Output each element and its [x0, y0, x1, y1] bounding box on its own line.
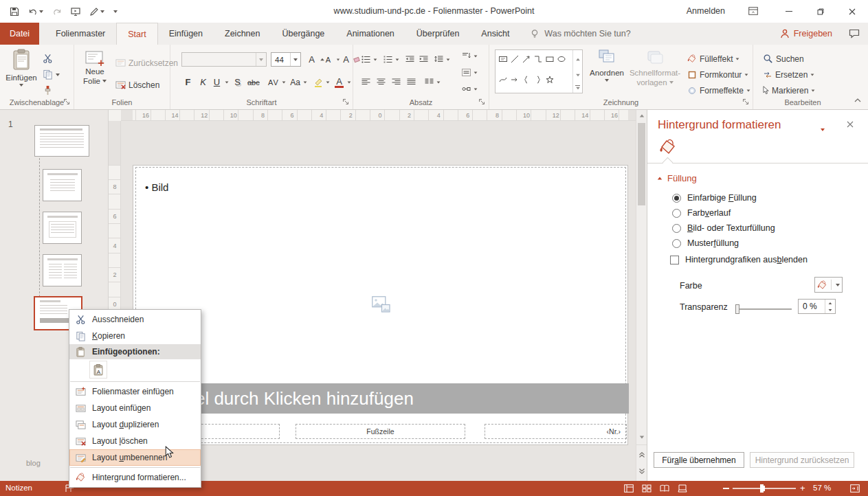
- pane-options-button[interactable]: [821, 124, 825, 133]
- decrease-indent-button[interactable]: [405, 52, 414, 67]
- numbering-button[interactable]: [383, 52, 399, 67]
- tab-zeichnen[interactable]: Zeichnen: [214, 23, 271, 45]
- shape-fill-button[interactable]: Fülleffekt: [687, 52, 739, 66]
- shape-oval-icon[interactable]: [555, 52, 567, 67]
- layout-thumbnail-3[interactable]: [43, 254, 82, 286]
- sign-in-link[interactable]: Anmelden: [687, 6, 725, 16]
- menu-item-insert-layout[interactable]: Layout einfügen: [69, 400, 201, 416]
- delete-slide-button[interactable]: Löschen: [115, 78, 159, 92]
- radio-solid-fill-label[interactable]: Einfarbige Füllung: [687, 193, 757, 203]
- apply-to-all-button[interactable]: Für alle übernehmen: [654, 452, 744, 468]
- spinner-down[interactable]: [829, 309, 832, 311]
- align-right-button[interactable]: [392, 75, 401, 89]
- tab-start[interactable]: Start: [116, 23, 157, 45]
- strikethrough-button[interactable]: abc: [247, 75, 260, 89]
- radio-pattern-fill-label[interactable]: Musterfüllung: [687, 238, 739, 248]
- menu-item-delete-layout[interactable]: Layout löschen: [69, 433, 201, 449]
- font-name-combo[interactable]: [181, 52, 267, 67]
- layout-thumbnail-2[interactable]: [43, 212, 82, 244]
- normal-view-button[interactable]: [624, 484, 634, 493]
- notes-toggle[interactable]: Notizen: [5, 484, 32, 492]
- cut-button[interactable]: [43, 52, 53, 66]
- justify-button[interactable]: [407, 75, 416, 89]
- tab-animationen[interactable]: Animationen: [335, 23, 405, 45]
- reading-view-button[interactable]: [660, 484, 669, 493]
- pen-mode-button[interactable]: [89, 7, 104, 16]
- align-left-button[interactable]: [361, 75, 370, 89]
- reset-background-button[interactable]: Hintergrund zurücksetzen: [750, 452, 854, 468]
- shape-brace-right-icon[interactable]: [532, 72, 544, 87]
- tab-einfuegen[interactable]: Einfügen: [158, 23, 214, 45]
- zoom-out-button[interactable]: [723, 488, 729, 489]
- paragraph-dialog-launcher[interactable]: [478, 98, 487, 106]
- increase-indent-button[interactable]: [419, 52, 428, 67]
- comments-button[interactable]: [841, 23, 868, 45]
- transparency-slider-handle[interactable]: [735, 304, 739, 314]
- bullets-button[interactable]: [361, 52, 377, 67]
- convert-smartart-button[interactable]: [462, 82, 478, 96]
- fill-section-header[interactable]: Füllung: [657, 173, 697, 183]
- menu-item-cut[interactable]: Ausschneiden: [69, 311, 201, 328]
- quick-styles-button[interactable]: Schnellformat- vorlagen: [627, 49, 683, 87]
- menu-item-rename-layout[interactable]: Layout umbenennen: [69, 449, 201, 466]
- minimize-button[interactable]: [773, 0, 805, 23]
- shape-curve-icon[interactable]: [497, 72, 509, 87]
- gallery-scroll-down[interactable]: [575, 69, 581, 79]
- reset-slide-button[interactable]: Zurücksetzen: [115, 56, 178, 70]
- radio-solid-fill[interactable]: [672, 194, 681, 203]
- shape-gallery[interactable]: [495, 49, 583, 93]
- previous-slide-button[interactable]: [636, 448, 647, 462]
- start-presentation-button[interactable]: [71, 7, 80, 16]
- line-spacing-button[interactable]: [434, 52, 450, 67]
- menu-item-duplicate-layout[interactable]: Layout duplizieren: [69, 416, 201, 433]
- gallery-scroll-up[interactable]: [575, 54, 581, 63]
- change-case-button[interactable]: Aa: [290, 75, 307, 89]
- select-button[interactable]: Markieren: [763, 83, 815, 98]
- scroll-down-button[interactable]: [636, 431, 647, 442]
- color-picker-button[interactable]: [814, 277, 843, 293]
- ribbon-display-options-button[interactable]: [748, 7, 758, 15]
- menu-item-insert-master[interactable]: Folienmaster einfügen: [69, 383, 201, 400]
- undo-button[interactable]: [28, 8, 43, 16]
- next-slide-button[interactable]: [636, 464, 647, 478]
- tell-me-box[interactable]: Was möchten Sie tun?: [520, 23, 640, 45]
- menu-item-format-background[interactable]: Hintergrund formatieren...: [69, 469, 201, 486]
- close-button[interactable]: [836, 0, 868, 23]
- master-thumbnail[interactable]: [34, 125, 89, 157]
- hide-graphics-label[interactable]: Hintergrundgrafiken ausblenden: [685, 255, 808, 264]
- redo-button[interactable]: [52, 8, 62, 16]
- tab-datei[interactable]: Datei: [0, 23, 39, 45]
- text-direction-button[interactable]: [462, 49, 478, 63]
- shape-double-arrow-icon[interactable]: [509, 72, 520, 87]
- fit-to-window-button[interactable]: [850, 484, 860, 493]
- find-button[interactable]: Suchen: [763, 52, 804, 66]
- layout-thumbnail-1[interactable]: [43, 169, 82, 201]
- highlight-color-button[interactable]: [313, 75, 330, 89]
- vertical-scrollbar[interactable]: [636, 110, 647, 481]
- gallery-more-button[interactable]: [575, 85, 581, 90]
- slide-number-placeholder[interactable]: ‹Nr.›: [485, 424, 627, 439]
- tab-ansicht[interactable]: Ansicht: [470, 23, 520, 45]
- radio-picture-fill[interactable]: [672, 224, 681, 233]
- character-spacing-button[interactable]: AV: [268, 75, 286, 89]
- tab-ueberpruefen[interactable]: Überprüfen: [405, 23, 471, 45]
- paste-option-keep-formatting[interactable]: A: [89, 361, 107, 379]
- shrink-font-button[interactable]: A: [323, 52, 340, 67]
- title-placeholder[interactable]: Titel durch Klicken hinzufügen: [133, 383, 629, 414]
- hide-graphics-checkbox[interactable]: [670, 256, 679, 264]
- shape-line-icon[interactable]: [509, 52, 520, 67]
- shape-outline-button[interactable]: Formkontur: [687, 67, 748, 82]
- spinner-up[interactable]: [829, 302, 832, 304]
- replace-button[interactable]: Ersetzen: [763, 67, 814, 82]
- customize-qat-button[interactable]: [113, 10, 118, 13]
- bold-button[interactable]: F: [183, 75, 193, 89]
- shape-effects-button[interactable]: Formeffekte: [687, 83, 750, 98]
- share-button[interactable]: Freigeben: [772, 23, 841, 45]
- paste-button[interactable]: Einfügen: [5, 49, 37, 87]
- transparency-slider-track[interactable]: [735, 308, 792, 310]
- collapse-ribbon-button[interactable]: [854, 98, 861, 102]
- tab-folienmaster[interactable]: Folienmaster: [45, 23, 116, 45]
- zoom-level-label[interactable]: 57 %: [813, 484, 831, 492]
- underline-button[interactable]: U: [212, 75, 229, 89]
- font-color-button[interactable]: A: [334, 75, 351, 89]
